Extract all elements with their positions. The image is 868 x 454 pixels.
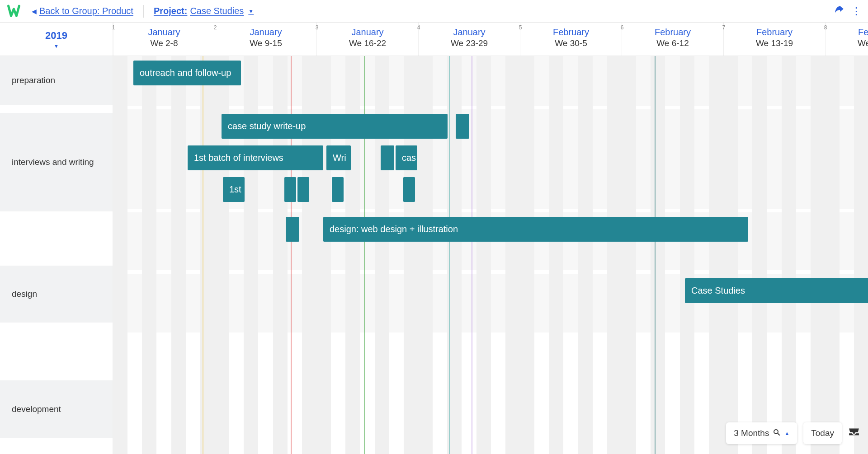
milestone-line[interactable] [449, 56, 450, 454]
day-stripe [825, 56, 840, 454]
week-number: 5 [518, 24, 523, 31]
week-month: January [113, 27, 215, 37]
gantt-bar[interactable]: Case Studies [685, 278, 868, 303]
back-to-group-name: Product [102, 6, 133, 16]
week-range: We 6-12 [622, 38, 723, 48]
day-stripe [171, 56, 186, 454]
caret-down-icon: ▼ [248, 8, 254, 14]
day-stripe [505, 56, 520, 454]
caret-down-icon: ▼ [54, 43, 59, 49]
day-stripe [709, 56, 723, 454]
week-month: January [419, 27, 520, 37]
week-range: We 23-29 [419, 38, 520, 48]
milestone-line[interactable] [203, 56, 203, 454]
gantt-bar[interactable] [456, 114, 469, 139]
day-stripe [520, 56, 534, 454]
app-logo[interactable] [7, 4, 23, 19]
weeks-header: 1JanuaryWe 2-82JanuaryWe 9-153JanuaryWe … [113, 23, 868, 56]
week-range: We 30-5 [520, 38, 622, 48]
week-column[interactable]: 3JanuaryWe 16-22 [316, 23, 418, 56]
week-column[interactable]: 6FebruaryWe 6-12 [622, 23, 723, 56]
week-range: We 9-15 [215, 38, 316, 48]
header-divider [143, 5, 144, 18]
gantt-bar[interactable]: 1st batch of interviews [188, 145, 323, 170]
day-stripe [607, 56, 622, 454]
day-stripe [622, 56, 636, 454]
day-stripe [651, 56, 665, 454]
today-label: Today [811, 428, 834, 438]
gantt-bar[interactable] [332, 177, 344, 202]
gantt-bar[interactable] [284, 177, 296, 202]
gantt-bar[interactable]: Wri [326, 145, 351, 170]
project-prefix: Project: [154, 6, 187, 16]
week-column[interactable]: 7FebruaryWe 13-19 [723, 23, 825, 56]
day-stripe [782, 56, 796, 454]
app-header: ◀ Back to Group: Product Project: Case S… [0, 0, 868, 23]
bottom-toolbar: 3 Months ▲ Today [726, 422, 860, 444]
gantt-body: preparationinterviews and writingdesignd… [0, 56, 868, 454]
week-range: We 2-8 [113, 38, 215, 48]
week-number: 3 [314, 24, 320, 31]
today-button[interactable]: Today [803, 422, 842, 444]
back-to-group-prefix: Back to Group: [39, 6, 99, 16]
day-stripe [549, 56, 563, 454]
day-stripe [680, 56, 694, 454]
week-column[interactable]: 4JanuaryWe 23-29 [418, 23, 520, 56]
week-number: 8 [823, 24, 828, 31]
week-column[interactable]: 2JanuaryWe 9-15 [215, 23, 316, 56]
gantt-bar[interactable]: case study write-up [222, 114, 448, 139]
week-month: February [724, 27, 825, 37]
day-stripe [142, 56, 156, 454]
week-month: February [520, 27, 622, 37]
caret-up-icon: ▲ [784, 431, 789, 436]
week-month: February [826, 27, 868, 37]
week-month: February [622, 27, 723, 37]
gantt-bar[interactable] [297, 177, 309, 202]
segments-column: preparationinterviews and writingdesignd… [0, 56, 113, 454]
milestone-line[interactable] [655, 56, 656, 454]
segment-row-development[interactable]: development [0, 380, 113, 439]
week-number: 6 [619, 24, 625, 31]
week-number: 1 [111, 24, 116, 31]
year-selector[interactable]: 2019 ▼ [0, 23, 113, 56]
week-column[interactable]: 8FebruaryWe 20-26 [825, 23, 868, 56]
week-number: 7 [721, 24, 726, 31]
svg-point-0 [774, 430, 778, 434]
day-stripe [723, 56, 738, 454]
day-stripe [578, 56, 593, 454]
week-month: January [215, 27, 316, 37]
milestone-line[interactable] [472, 56, 472, 454]
week-column[interactable]: 1JanuaryWe 2-8 [113, 23, 215, 56]
magnifier-icon [773, 428, 781, 439]
week-month: January [317, 27, 418, 37]
gantt-bar[interactable] [286, 217, 299, 242]
week-number: 4 [416, 24, 421, 31]
gantt-bar[interactable]: design: web design + illustration [323, 217, 748, 242]
day-stripe [811, 56, 825, 454]
zoom-selector[interactable]: 3 Months ▲ [726, 422, 797, 444]
more-menu-icon[interactable]: ⋮ [851, 5, 861, 17]
year-label: 2019 [45, 30, 67, 42]
week-range: We 20-26 [826, 38, 868, 48]
zoom-label: 3 Months [734, 428, 769, 438]
segment-row-design[interactable]: design [0, 266, 113, 323]
day-stripe [854, 56, 868, 454]
share-icon[interactable] [833, 5, 845, 18]
project-name: Case Studies [190, 6, 244, 16]
caret-left-icon: ◀ [32, 8, 37, 15]
gantt-bar[interactable] [403, 177, 415, 202]
inbox-icon[interactable] [848, 427, 860, 440]
week-column[interactable]: 5FebruaryWe 30-5 [520, 23, 622, 56]
segment-row-interviews[interactable]: interviews and writing [0, 113, 113, 212]
gantt-bar[interactable]: cas [396, 145, 417, 170]
segment-row-preparation[interactable]: preparation [0, 56, 113, 106]
project-dropdown[interactable]: Project: Case Studies ▼ [154, 6, 254, 16]
week-range: We 13-19 [724, 38, 825, 48]
gantt-area[interactable]: outreach and follow-upcase study write-u… [113, 56, 868, 454]
back-to-group-link[interactable]: Back to Group: Product [39, 6, 133, 16]
day-stripe [113, 56, 127, 454]
gantt-bar[interactable]: outreach and follow-up [133, 61, 241, 85]
gantt-bar[interactable] [381, 145, 394, 170]
svg-line-1 [778, 433, 780, 435]
gantt-bar[interactable]: 1st [223, 177, 245, 202]
